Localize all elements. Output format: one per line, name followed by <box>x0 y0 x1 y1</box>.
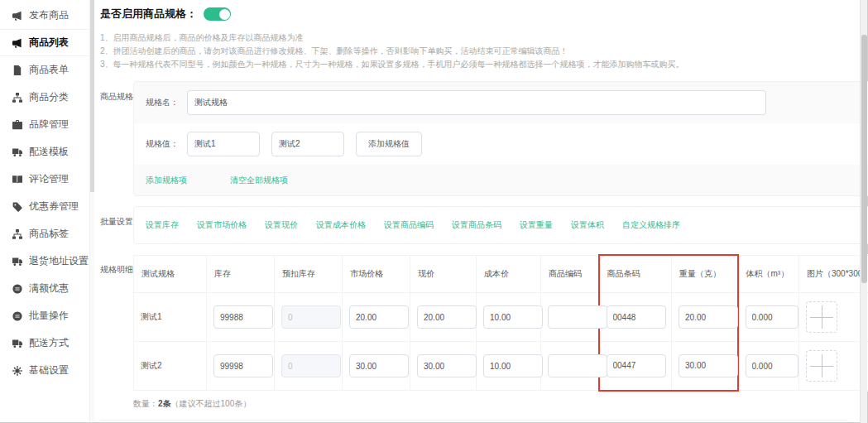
briefcase-icon <box>12 120 22 130</box>
set-weight-link[interactable]: 设置重量 <box>520 219 553 231</box>
truck-icon <box>12 147 22 157</box>
spec-box: 规格名： 规格值： 添加规格值 添加规格项 清空全部规格项 <box>133 81 868 196</box>
set-barcode-link[interactable]: 设置商品条码 <box>452 219 501 231</box>
cost-input[interactable] <box>483 354 543 377</box>
price-input[interactable] <box>417 354 477 377</box>
cost-input[interactable] <box>483 305 543 329</box>
set-product-code-link[interactable]: 设置商品编码 <box>384 219 434 231</box>
enable-spec-toggle[interactable] <box>204 7 231 21</box>
sidebar-item-review-management[interactable]: 评论管理 <box>0 166 94 193</box>
table-header-row: 测试规格 库存 预扣库存 市场价格 现价 成本价 商品编码 商品条码 重量（克）… <box>134 255 868 293</box>
table-row: 测试1 <box>134 293 868 342</box>
market-price-input[interactable] <box>349 354 409 377</box>
sidebar-item-label: 商品表单 <box>29 63 69 77</box>
set-stock-link[interactable]: 设置库存 <box>146 219 179 231</box>
page-scrollbar-thumb[interactable] <box>861 35 867 283</box>
truck-icon <box>12 257 22 267</box>
page-scrollbar[interactable] <box>860 0 867 423</box>
app-window: 发布商品 商品列表 商品表单 商品分类 品牌管理 配送模板 评论管理 优惠券管 <box>0 0 868 423</box>
sidebar-item-label: 优惠券管理 <box>29 199 79 214</box>
product-code-input[interactable] <box>548 305 607 329</box>
row-count-value: 2条 <box>158 399 171 408</box>
sidebar-item-label: 基础设置 <box>29 363 69 377</box>
sidebar-item-return-address[interactable]: 退货地址设置 <box>0 248 94 275</box>
sitemap-icon <box>12 229 22 239</box>
volume-input[interactable] <box>746 354 798 377</box>
withhold-stock-input <box>281 305 341 329</box>
sidebar-item-product-list[interactable]: 商品列表 <box>0 29 94 56</box>
spec-section-label: 商品规格 <box>100 81 133 103</box>
col-header-withhold-stock: 预扣库存 <box>275 255 343 293</box>
detail-section-label: 规格明细 <box>100 254 133 276</box>
set-market-price-link[interactable]: 设置市场价格 <box>197 219 247 231</box>
col-header-product-code: 商品编码 <box>541 255 599 293</box>
barcode-input[interactable] <box>607 305 666 329</box>
market-price-input[interactable] <box>349 305 409 329</box>
spec-section: 商品规格 规格名： 规格值： 添加规格值 添加规格项 清空全部规格项 <box>100 81 868 196</box>
sidebar-item-label: 商品标签 <box>29 227 69 241</box>
sidebar-item-product-category[interactable]: 商品分类 <box>0 84 94 111</box>
page-header: 是否启用商品规格： <box>100 7 868 22</box>
clear-all-spec-link[interactable]: 清空全部规格项 <box>230 175 288 185</box>
image-upload-button[interactable] <box>806 301 837 333</box>
toggle-knob <box>219 9 230 20</box>
sidebar-item-brand-management[interactable]: 品牌管理 <box>0 111 94 138</box>
product-code-input[interactable] <box>548 354 607 377</box>
row-spec-name: 测试1 <box>134 293 207 342</box>
sidebar-item-label: 满额优惠 <box>29 281 69 296</box>
col-header-cost: 成本价 <box>477 255 541 293</box>
coin-icon <box>12 284 22 294</box>
spec-value-input[interactable] <box>271 132 344 156</box>
set-cost-price-link[interactable]: 设置成本价格 <box>316 219 366 231</box>
custom-spec-sort-link[interactable]: 自定义规格排序 <box>622 219 680 231</box>
megaphone-icon <box>12 38 22 48</box>
gear-icon <box>12 366 22 376</box>
add-spec-value-button[interactable]: 添加规格值 <box>356 132 422 156</box>
sidebar-item-delivery-template[interactable]: 配送模板 <box>0 138 94 166</box>
spec-name-input[interactable] <box>187 90 766 115</box>
spec-value-input[interactable] <box>187 132 260 156</box>
tips-block: 1、启用商品规格后，商品的价格及库存以商品规格为准 2、拼团活动创建后的商品，请… <box>100 31 868 71</box>
book-icon <box>12 175 22 185</box>
col-header-spec: 测试规格 <box>134 255 207 293</box>
page-title: 是否启用商品规格： <box>100 7 197 22</box>
detail-section: 规格明细 测试规格 库存 预扣库存 市场价格 现价 <box>100 254 868 392</box>
spec-detail-table: 测试规格 库存 预扣库存 市场价格 现价 成本价 商品编码 商品条码 重量（克）… <box>133 254 868 392</box>
stock-input[interactable] <box>213 305 273 329</box>
set-volume-link[interactable]: 设置体积 <box>571 219 604 231</box>
price-input[interactable] <box>417 305 477 329</box>
document-icon <box>12 65 22 75</box>
spec-detail-table-wrap: 测试规格 库存 预扣库存 市场价格 现价 成本价 商品编码 商品条码 重量（克）… <box>133 254 868 392</box>
row-count-text: 数量：2条（建议不超过100条） <box>133 398 868 410</box>
main-content: 是否启用商品规格： 1、启用商品规格后，商品的价格及库存以商品规格为准 2、拼团… <box>94 0 868 422</box>
weight-input[interactable] <box>679 354 738 377</box>
batch-box: 设置库存 设置市场价格 设置现价 设置成本价格 设置商品编码 设置商品条码 设置… <box>133 206 868 244</box>
batch-section-label: 批量设置 <box>100 206 133 228</box>
sidebar-item-label: 发布商品 <box>29 8 69 22</box>
table-row: 测试2 <box>134 342 868 391</box>
sidebar-item-product-tags[interactable]: 商品标签 <box>0 220 94 248</box>
row-spec-name: 测试2 <box>134 342 207 391</box>
sidebar-item-product-form[interactable]: 商品表单 <box>0 56 94 84</box>
col-header-price: 现价 <box>410 255 477 293</box>
add-spec-item-link[interactable]: 添加规格项 <box>146 175 187 185</box>
sidebar-item-batch-operation[interactable]: 批量操作 <box>0 302 94 329</box>
col-header-volume: 体积（m³） <box>738 255 799 293</box>
sidebar-item-label: 品牌管理 <box>29 118 69 132</box>
stock-input[interactable] <box>213 354 273 377</box>
volume-input[interactable] <box>746 305 798 329</box>
col-header-barcode: 商品条码 <box>599 255 672 293</box>
spec-value-label: 规格值： <box>146 138 179 150</box>
sidebar-item-delivery-method[interactable]: 配送方式 <box>0 329 94 357</box>
spec-links-row: 添加规格项 清空全部规格项 <box>134 165 868 195</box>
sidebar-item-basic-settings[interactable]: 基础设置 <box>0 357 94 384</box>
image-upload-button[interactable] <box>806 350 837 382</box>
truck-icon <box>12 339 22 348</box>
sidebar-item-full-discount[interactable]: 满额优惠 <box>0 275 94 302</box>
sidebar-item-publish-product[interactable]: 发布商品 <box>0 2 94 29</box>
sidebar-item-coupon-management[interactable]: 优惠券管理 <box>0 193 94 220</box>
set-price-link[interactable]: 设置现价 <box>265 219 298 231</box>
sidebar-item-label: 评论管理 <box>29 172 69 186</box>
barcode-input[interactable] <box>607 354 666 377</box>
weight-input[interactable] <box>679 305 738 329</box>
